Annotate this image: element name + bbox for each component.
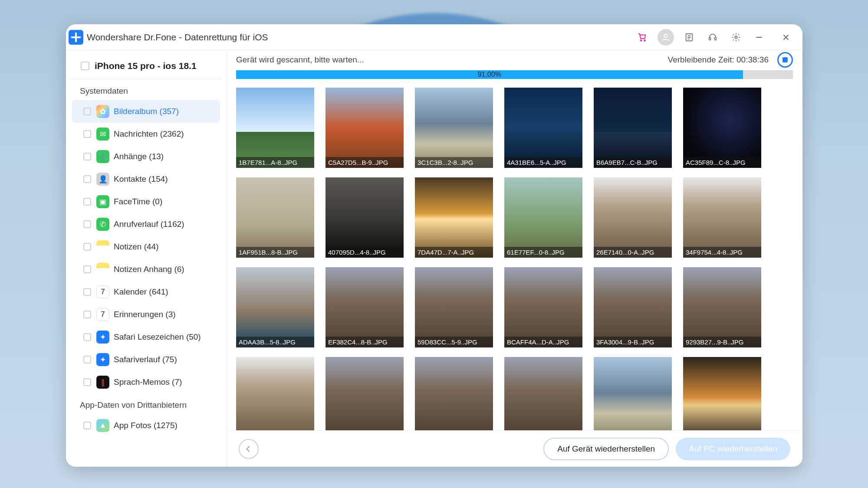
category-label: Nachrichten (2362) xyxy=(114,129,184,139)
category-checkbox[interactable] xyxy=(83,311,91,318)
category-list: Systemdaten ✿Bilderalbum (357)✉Nachricht… xyxy=(66,79,226,467)
category-checkbox[interactable] xyxy=(83,333,91,341)
category-checkbox[interactable] xyxy=(83,220,91,228)
thumbnail[interactable] xyxy=(594,357,672,430)
sidebar-item[interactable]: Notizen Anhang (6) xyxy=(72,258,220,281)
thumbnail[interactable]: 3FA3004...9-B..JPG xyxy=(594,267,672,347)
thumbnail[interactable]: 34F9754...4-8..JPG xyxy=(683,177,761,258)
thumbnail[interactable]: 59D83CC...5-9..JPG xyxy=(415,267,493,347)
thumbnail[interactable]: AC35F89...C-8..JPG xyxy=(683,88,761,168)
category-checkbox[interactable] xyxy=(83,243,91,251)
close-button[interactable] xyxy=(774,29,798,46)
scan-progress-fill: 91,00% xyxy=(236,70,743,79)
thumbnail[interactable]: 9293B27...9-B..JPG xyxy=(683,267,761,347)
category-checkbox[interactable] xyxy=(83,130,91,138)
category-checkbox[interactable] xyxy=(83,288,91,296)
device-row[interactable]: iPhone 15 pro - ios 18.1 xyxy=(70,53,222,79)
thumbnail-image xyxy=(415,357,493,430)
sidebar-item[interactable]: ‖Sprach-Memos (7) xyxy=(72,371,220,393)
restore-to-pc-button[interactable]: Auf PC wiederherstellen xyxy=(676,438,790,460)
sidebar-item[interactable]: ✉Nachrichten (2362) xyxy=(72,123,220,145)
thumbnail-image xyxy=(683,357,761,430)
account-icon[interactable] xyxy=(658,29,674,46)
sidebar-item[interactable]: ▣FaceTime (0) xyxy=(72,190,220,213)
thumbnail-image xyxy=(594,267,672,347)
sidebar-item[interactable]: 📎Anhänge (13) xyxy=(72,145,220,168)
sidebar-item[interactable]: ✿Bilderalbum (357) xyxy=(72,100,220,123)
thumbnail-image xyxy=(683,267,761,347)
category-checkbox[interactable] xyxy=(83,422,91,429)
category-label: Safari Lesezeichen (50) xyxy=(114,332,201,342)
category-label: Anrufverlauf (1162) xyxy=(114,219,184,229)
category-label: Notizen Anhang (6) xyxy=(114,265,184,274)
category-checkbox[interactable] xyxy=(83,265,91,273)
thumbnail[interactable]: 407095D...4-8..JPG xyxy=(326,177,404,258)
sidebar-item[interactable]: 7Erinnerungen (3) xyxy=(72,303,220,326)
sidebar-item[interactable]: ✦Safari Lesezeichen (50) xyxy=(72,326,220,348)
device-checkbox[interactable] xyxy=(81,62,89,70)
group-thirdparty-label: App-Daten von Drittanbietern xyxy=(66,393,226,414)
thumbnail-filename: 3FA3004...9-B..JPG xyxy=(594,337,672,347)
thumbnail-image xyxy=(504,267,582,347)
settings-icon[interactable] xyxy=(728,29,744,46)
thumbnail[interactable]: 7DA47D...7-A..JPG xyxy=(415,177,493,258)
thumbnail[interactable] xyxy=(236,357,314,430)
thumbnail[interactable]: 3C1C3B...2-8..JPG xyxy=(415,88,493,168)
category-label: FaceTime (0) xyxy=(114,197,162,206)
sidebar-item[interactable]: ✆Anrufverlauf (1162) xyxy=(72,213,220,236)
support-icon[interactable] xyxy=(704,29,721,46)
category-checkbox[interactable] xyxy=(83,108,91,115)
thumbnail[interactable]: 1B7E781...A-8..JPG xyxy=(236,88,314,168)
thumbnail-image xyxy=(415,88,493,168)
category-icon: 7 xyxy=(96,308,109,321)
sidebar-item[interactable]: ▲App Fotos (1275) xyxy=(72,414,220,437)
category-checkbox[interactable] xyxy=(83,153,91,160)
app-window: Wondershare Dr.Fone - Datenrettung für i… xyxy=(66,24,802,467)
category-checkbox[interactable] xyxy=(83,198,91,206)
thumbnail[interactable]: ADAA3B...5-8..JPG xyxy=(236,267,314,347)
restore-to-device-button[interactable]: Auf Gerät wiederherstellen xyxy=(543,438,669,460)
thumbnail-filename: 4A31BE6...5-A..JPG xyxy=(504,157,582,168)
category-checkbox[interactable] xyxy=(83,378,91,386)
category-label: App Fotos (1275) xyxy=(114,421,178,430)
sidebar-item[interactable]: 7Kalender (641) xyxy=(72,281,220,303)
sidebar-item[interactable]: 👤Kontakte (154) xyxy=(72,168,220,190)
thumbnail-filename: 3C1C3B...2-8..JPG xyxy=(415,157,493,168)
category-checkbox[interactable] xyxy=(83,175,91,183)
thumbnail[interactable]: 61E77EF...0-8..JPG xyxy=(504,177,582,258)
thumbnail[interactable]: C5A27D5...B-9..JPG xyxy=(326,88,404,168)
thumbnail-image xyxy=(326,88,404,168)
thumbnail[interactable]: BCAFF4A...D-A..JPG xyxy=(504,267,582,347)
thumbnail[interactable]: 26E7140...0-A..JPG xyxy=(594,177,672,258)
thumbnail-filename: 26E7140...0-A..JPG xyxy=(594,247,672,258)
thumbnail[interactable] xyxy=(683,357,761,430)
thumbnail[interactable]: EF382C4...8-B..JPG xyxy=(326,267,404,347)
scan-stop-button[interactable] xyxy=(777,52,793,68)
thumbnail[interactable] xyxy=(326,357,404,430)
thumbnail-filename: B6A9EB7...C-B..JPG xyxy=(594,157,672,168)
back-button[interactable] xyxy=(239,439,259,459)
sidebar-item[interactable]: ✦Safariverlauf (75) xyxy=(72,348,220,371)
thumbnail-filename: ADAA3B...5-8..JPG xyxy=(236,337,314,347)
category-icon: ✦ xyxy=(96,331,109,344)
category-icon xyxy=(96,240,109,253)
category-label: Safariverlauf (75) xyxy=(114,355,177,364)
category-icon: ‖ xyxy=(96,376,109,389)
thumbnail[interactable]: 4A31BE6...5-A..JPG xyxy=(504,88,582,168)
cart-icon[interactable] xyxy=(634,29,651,46)
thumbnail[interactable] xyxy=(415,357,493,430)
category-icon: 📎 xyxy=(96,150,109,163)
minimize-button[interactable] xyxy=(747,29,771,46)
thumbnail[interactable] xyxy=(504,357,582,430)
thumbnail[interactable]: 1AF951B...8-B..JPG xyxy=(236,177,314,258)
scan-progress-percent: 91,00% xyxy=(478,71,501,79)
category-checkbox[interactable] xyxy=(83,356,91,364)
feedback-icon[interactable] xyxy=(681,29,697,46)
thumbnail[interactable]: B6A9EB7...C-B..JPG xyxy=(594,88,672,168)
thumbnail-image xyxy=(326,357,404,430)
thumbnail-image xyxy=(683,177,761,258)
thumbnail-grid[interactable]: 1B7E781...A-8..JPGC5A27D5...B-9..JPG3C1C… xyxy=(227,83,802,430)
scan-remaining-time: Verbleibende Zeit: 00:38:36 xyxy=(668,55,769,65)
sidebar-item[interactable]: Notizen (44) xyxy=(72,236,220,258)
app-title: Wondershare Dr.Fone - Datenrettung für i… xyxy=(87,32,268,43)
